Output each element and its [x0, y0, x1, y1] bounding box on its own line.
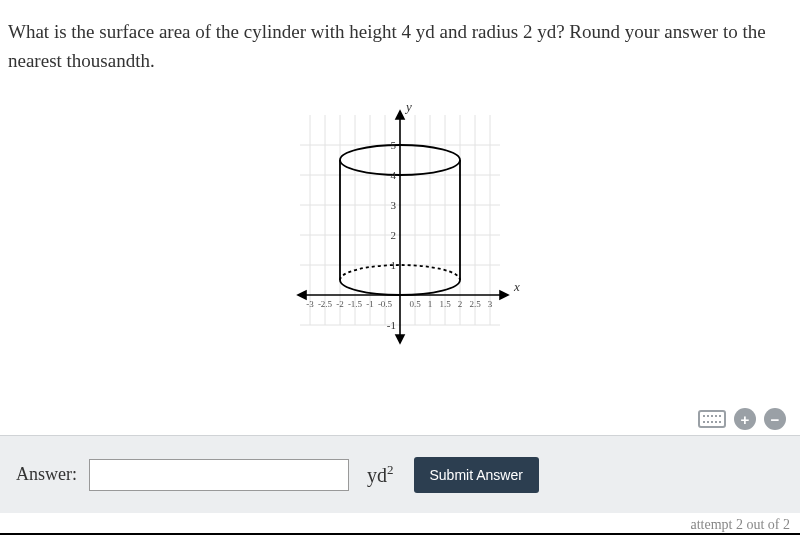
unit-exp: 2 — [387, 462, 394, 477]
x-axis-label: x — [513, 279, 520, 294]
xtick-n15: -1.5 — [348, 299, 363, 309]
answer-input[interactable] — [89, 459, 349, 491]
svg-marker-23 — [396, 335, 404, 343]
xtick-25: 2.5 — [469, 299, 481, 309]
xtick-n25: -2.5 — [318, 299, 333, 309]
ytick-1: 1 — [391, 259, 397, 271]
submit-button[interactable]: Submit Answer — [414, 457, 539, 493]
ytick-2: 2 — [391, 229, 397, 241]
unit-label: yd2 — [367, 462, 394, 487]
attempt-text: attempt 2 out of 2 — [690, 517, 790, 533]
graph-container: 5 4 3 2 1 -1 -3 -2.5 -2 -1.5 -1 -0.5 0.5… — [0, 95, 800, 355]
svg-marker-22 — [396, 111, 404, 119]
xtick-n1: -1 — [366, 299, 374, 309]
xtick-1: 1 — [428, 299, 433, 309]
xtick-n3: -3 — [306, 299, 314, 309]
zoom-out-icon[interactable]: − — [764, 408, 786, 430]
ytick-3: 3 — [391, 199, 397, 211]
toolbar-icons: + − — [698, 408, 786, 430]
xtick-15: 1.5 — [439, 299, 451, 309]
ytick-5: 5 — [391, 139, 397, 151]
answer-bar: + − Answer: yd2 Submit Answer — [0, 435, 800, 513]
xtick-n2: -2 — [336, 299, 344, 309]
svg-marker-21 — [298, 291, 306, 299]
xtick-3: 3 — [488, 299, 493, 309]
ytick-neg1: -1 — [387, 319, 396, 331]
unit-base: yd — [367, 464, 387, 486]
xtick-n05: -0.5 — [378, 299, 393, 309]
answer-label: Answer: — [16, 464, 77, 485]
question-text: What is the surface area of the cylinder… — [0, 0, 800, 85]
ytick-4: 4 — [391, 169, 397, 181]
zoom-in-icon[interactable]: + — [734, 408, 756, 430]
keyboard-icon[interactable] — [698, 410, 726, 428]
svg-marker-20 — [500, 291, 508, 299]
cylinder-graph: 5 4 3 2 1 -1 -3 -2.5 -2 -1.5 -1 -0.5 0.5… — [260, 95, 540, 355]
y-axis-label: y — [404, 99, 412, 114]
xtick-2: 2 — [458, 299, 463, 309]
xtick-05: 0.5 — [409, 299, 421, 309]
